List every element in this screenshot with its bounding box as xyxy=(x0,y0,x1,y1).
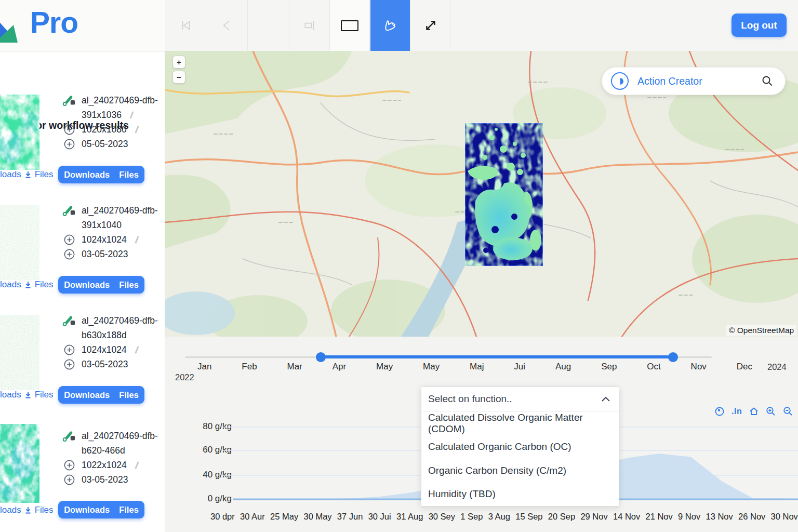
downloads-files-button[interactable]: DownloadsFiles xyxy=(58,166,144,183)
pan-hand-tool[interactable] xyxy=(370,0,410,51)
skip-start-button[interactable] xyxy=(165,0,206,51)
x-tick-label: 30 dpr xyxy=(210,512,235,522)
log-scale-icon[interactable]: .ln xyxy=(732,407,742,416)
result-meta: al_240270469-dfb- b620-466d 1022x1024 03… xyxy=(62,430,158,488)
x-tick-label: 13 Nov xyxy=(706,512,733,522)
downloads-files-button[interactable]: DownloadsFiles xyxy=(58,276,144,294)
toolbar-empty-button[interactable] xyxy=(248,0,289,51)
home-icon[interactable] xyxy=(749,406,759,417)
logout-button[interactable]: Log out xyxy=(732,14,787,37)
edit-slash-icon[interactable] xyxy=(135,461,139,469)
circle-plus-icon[interactable] xyxy=(63,358,75,370)
result-thumbnail[interactable] xyxy=(0,315,39,390)
edit-slash-icon[interactable] xyxy=(135,236,139,244)
map-canvas[interactable]: + − Action Creator xyxy=(165,51,798,337)
x-tick-label: 15 Sep xyxy=(515,512,542,522)
circle-plus-icon[interactable] xyxy=(63,459,75,471)
result-item: al_240270469-dfb- b620-466d 1022x1024 03… xyxy=(0,424,165,532)
expand-tool[interactable] xyxy=(411,0,450,51)
downloads-files-link[interactable]: loads Files xyxy=(0,505,54,515)
sidebar: n Creator workflow results al_240270469-… xyxy=(0,51,165,532)
dropdown-option[interactable]: Organic Carbon Density (C/m2) xyxy=(421,459,619,483)
chevron-up-icon xyxy=(601,396,611,402)
edit-slash-icon[interactable] xyxy=(135,346,139,354)
x-tick-label: 37 Jun xyxy=(337,512,363,522)
result-meta: al_240270469-dfb- b630x188d 1024x1024 03… xyxy=(62,315,158,373)
chart-toolbar: .ln xyxy=(714,406,793,417)
x-tick-label: 30 Sey xyxy=(429,512,455,522)
result-thumbnail[interactable] xyxy=(0,205,39,280)
download-icon xyxy=(24,391,32,399)
logo: Pro xyxy=(0,0,165,51)
x-tick-label: 30 Jui xyxy=(368,512,391,522)
logo-text: Pro xyxy=(30,5,78,39)
x-tick-label: 30 Aur xyxy=(240,512,265,522)
chevron-left-icon xyxy=(220,19,234,32)
x-tick-label: 14 Nov xyxy=(613,512,640,522)
app-screen: Pro xyxy=(0,0,798,532)
x-tick-label: 29 Nov xyxy=(580,512,607,522)
expand-arrows-icon xyxy=(424,19,437,32)
result-thumbnail[interactable] xyxy=(0,424,39,503)
x-tick-label: 21 Nov xyxy=(646,512,673,522)
x-tick-label: 31 Aug xyxy=(396,512,423,522)
dropdown-header[interactable]: Select on function.. xyxy=(421,387,619,411)
month-label: Jan xyxy=(197,362,211,372)
top-bar: Pro xyxy=(0,0,798,51)
edit-link-icon[interactable] xyxy=(62,314,76,327)
function-dropdown: Select on function.. Calculated Dissolve… xyxy=(421,387,619,507)
result-id-line2: 391x1036 xyxy=(82,110,122,121)
skip-end-button[interactable] xyxy=(289,0,330,51)
search-icon[interactable] xyxy=(761,75,774,87)
timeline-handle-start[interactable] xyxy=(316,352,326,362)
x-tick-label: 9 Nov xyxy=(678,512,700,522)
logo-mark-icon xyxy=(0,8,33,45)
edit-link-icon[interactable] xyxy=(62,204,76,217)
result-resolution: 1022x1024 xyxy=(82,460,127,471)
circle-plus-icon[interactable] xyxy=(63,234,75,246)
reset-view-icon[interactable] xyxy=(714,406,725,417)
map-zoom-in-button[interactable]: + xyxy=(172,56,185,69)
result-date: 05-05-2023 xyxy=(82,139,128,150)
zoom-out-icon[interactable] xyxy=(783,406,793,417)
timeline-handle-end[interactable] xyxy=(668,352,678,362)
zoom-in-icon[interactable] xyxy=(766,406,776,417)
rectangle-select-tool[interactable] xyxy=(330,0,370,51)
downloads-files-link[interactable]: loads Files xyxy=(0,390,54,400)
x-tick-label: 1 Sep xyxy=(460,512,483,522)
edit-link-icon[interactable] xyxy=(62,94,76,107)
edit-slash-icon[interactable] xyxy=(135,126,139,134)
circle-plus-icon[interactable] xyxy=(63,138,75,150)
step-back-button[interactable] xyxy=(206,0,248,51)
circle-plus-icon[interactable] xyxy=(63,474,75,486)
skip-start-icon xyxy=(179,19,192,32)
circle-plus-icon[interactable] xyxy=(63,344,75,356)
x-axis-labels: 30 dpr 30 Aur 25 May 30 May 37 Jun 30 Ju… xyxy=(210,512,798,522)
circle-plus-icon[interactable] xyxy=(63,124,75,136)
dropdown-option[interactable]: Calculated Organic Carbon (OC) xyxy=(421,435,619,459)
timeline-selected-range[interactable] xyxy=(321,355,673,358)
action-creator-icon xyxy=(611,72,629,90)
downloads-files-link[interactable]: loads Files xyxy=(0,169,54,180)
dropdown-option[interactable]: Humidity (TBD) xyxy=(421,483,619,507)
result-id-line2: b630x188d xyxy=(82,330,127,341)
x-tick-label: 20 Sep xyxy=(548,512,575,522)
circle-plus-icon[interactable] xyxy=(63,248,75,260)
edit-link-icon[interactable] xyxy=(62,430,76,443)
edit-slash-icon[interactable] xyxy=(129,111,134,119)
result-resolution: 1024x1024 xyxy=(82,344,127,355)
result-id-line1: al_240270469-dfb- xyxy=(82,95,158,106)
result-thumbnail[interactable] xyxy=(0,95,39,170)
month-label: May xyxy=(376,362,393,372)
result-date: 03-05-2023 xyxy=(82,249,128,260)
map-zoom-out-button[interactable]: − xyxy=(172,71,185,84)
timeline-months: Jan Feb Mar Apr May May Maj Jui Aug Sep … xyxy=(197,362,752,372)
x-tick-label: 30 Nov xyxy=(771,512,798,522)
action-creator-search[interactable]: Action Creator xyxy=(602,67,786,95)
dropdown-option[interactable]: Calculated Dissolve Organic Matter (CDOM… xyxy=(421,411,619,435)
osm-attribution[interactable]: © OpenStreetMap xyxy=(726,325,796,336)
x-tick-label: 25 May xyxy=(270,512,298,522)
downloads-files-button[interactable]: DownloadsFiles xyxy=(58,501,144,518)
downloads-files-button[interactable]: DownloadsFiles xyxy=(58,386,144,404)
downloads-files-link[interactable]: loads Files xyxy=(0,280,54,290)
